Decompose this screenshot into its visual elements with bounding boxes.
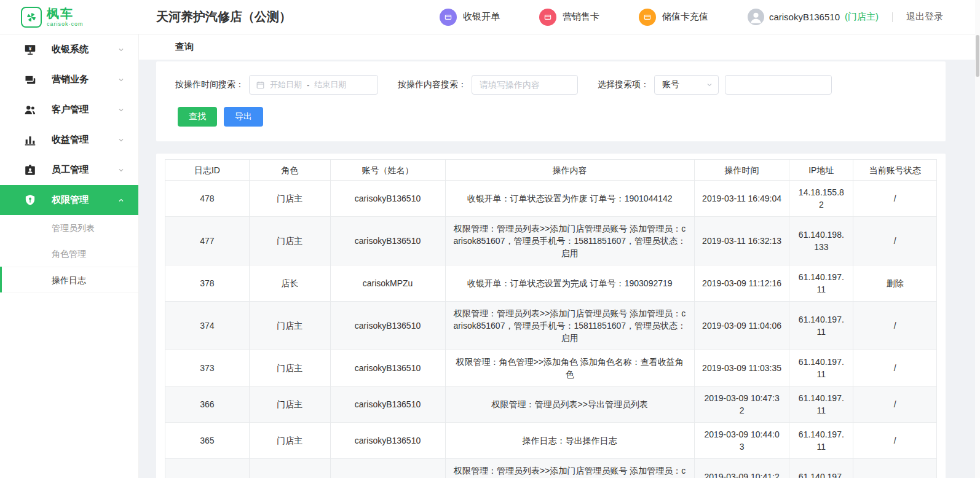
avatar-icon	[748, 9, 764, 25]
column-header: 角色	[249, 160, 330, 181]
logout-link[interactable]: 退出登录	[906, 11, 943, 23]
user-name: carisokyB136510	[769, 12, 840, 22]
chevron-down-icon	[117, 76, 125, 84]
search-type-label: 选择搜索项：	[598, 79, 649, 90]
table-cell: 366	[165, 386, 250, 423]
table-cell: /	[853, 423, 937, 459]
brand-logo-text: 枫车 carisok·com	[47, 7, 84, 27]
table-cell: carisokyB136510	[330, 217, 445, 265]
export-button[interactable]: 导出	[224, 107, 263, 127]
sidebar-item-staff[interactable]: 员工管理	[0, 155, 138, 185]
stored-value-recharge-button[interactable]: 储值卡充值	[639, 9, 708, 26]
sidebar-item-label: 员工管理	[52, 164, 117, 176]
log-table-card: 日志ID角色账号（姓名）操作内容操作时间IP地址当前账号状态 478门店主car…	[156, 154, 946, 478]
log-table-row[interactable]: 366门店主carisokyB136510权限管理：管理员列表>>导出管理员列表…	[165, 386, 937, 423]
table-cell: 2019-03-09 10:47:32	[694, 386, 789, 423]
calendar-icon	[256, 80, 265, 90]
sidebar-item-cashier-system[interactable]: ¥ 收银系统	[0, 34, 138, 65]
table-cell: /	[853, 350, 937, 386]
log-table-row[interactable]: 477门店主carisokyB136510权限管理：管理员列表>>添加门店管理员…	[165, 217, 937, 265]
date-range-input[interactable]: 开始日期 - 结束日期	[249, 75, 378, 95]
table-cell: carisokyB136510	[330, 350, 445, 386]
marketing-cards-icon	[23, 73, 37, 87]
stored-value-recharge-label: 储值卡充值	[662, 11, 708, 23]
stored-value-recharge-icon	[639, 9, 656, 26]
header-divider	[892, 12, 893, 22]
chevron-up-icon	[117, 197, 125, 204]
scrollbar-thumb[interactable]	[976, 35, 979, 77]
cashier-billing-button[interactable]: 收银开单	[440, 9, 500, 26]
table-cell: 2019-03-09 11:03:35	[694, 350, 789, 386]
column-header: IP地址	[789, 160, 853, 181]
sidebar-item-customers[interactable]: 客户管理	[0, 95, 138, 125]
search-type-select[interactable]: 账号	[654, 75, 719, 95]
top-header: 枫车 carisok·com 天河养护汽修店（公测） 收银开单 营销售卡	[0, 0, 980, 34]
column-header: 操作内容	[445, 160, 694, 181]
table-cell: /	[853, 386, 937, 423]
sidebar-item-marketing[interactable]: 营销业务	[0, 65, 138, 95]
user-role-badge: (门店主)	[845, 11, 879, 23]
sidebar-subitem-operation-log[interactable]: 操作日志	[0, 267, 138, 292]
operation-log-table: 日志ID角色账号（姓名）操作内容操作时间IP地址当前账号状态 478门店主car…	[165, 159, 937, 478]
search-type-selected-value: 账号	[662, 79, 679, 90]
table-cell: 365	[165, 423, 250, 459]
table-cell: 2019-03-09 10:44:03	[694, 423, 789, 459]
time-filter-label: 按操作时间搜索：	[175, 79, 244, 90]
sidebar-item-label: 收益管理	[52, 134, 117, 146]
log-table-row[interactable]: 378店长carisokMPZu收银开单：订单状态设置为完成 订单号：19030…	[165, 265, 937, 302]
page-scrollbar[interactable]	[975, 0, 980, 478]
marketing-card-label: 营销售卡	[563, 11, 599, 23]
table-cell: 373	[165, 350, 250, 386]
table-cell: 门店主	[249, 386, 330, 423]
table-cell: carisokyB136510	[330, 302, 445, 350]
table-cell: carisokMPZu	[330, 265, 445, 302]
table-cell: 2019-03-11 16:32:13	[694, 217, 789, 265]
table-cell: 门店主	[249, 459, 330, 478]
table-cell: 删除	[853, 265, 937, 302]
table-cell: 374	[165, 302, 250, 350]
table-cell: 478	[165, 181, 250, 217]
brand-domain: carisok·com	[47, 22, 84, 27]
log-table-row[interactable]: 374门店主carisokyB136510权限管理：管理员列表>>添加门店管理员…	[165, 302, 937, 350]
chevron-down-icon	[117, 167, 125, 174]
table-cell: 权限管理：管理员列表>>添加门店管理员账号 添加管理员：carisokMPZu，…	[445, 459, 694, 478]
table-cell: 收银开单：订单状态设置为完成 订单号：1903092719	[445, 265, 694, 302]
sidebar-subitem-role-management[interactable]: 角色管理	[0, 241, 138, 267]
table-cell: 操作日志：导出操作日志	[445, 423, 694, 459]
table-cell: 门店主	[249, 217, 330, 265]
log-table-row[interactable]: 373门店主carisokyB136510权限管理：角色管理>>添加角色 添加角…	[165, 350, 937, 386]
content-area: 按操作时间搜索： 开始日期 - 结束日期 按操作内容搜索： 选择搜索	[139, 60, 980, 478]
table-cell: 权限管理：管理员列表>>添加门店管理员账号 添加管理员：carisok85160…	[445, 217, 694, 265]
sidebar-item-label: 收银系统	[52, 44, 117, 55]
column-header: 日志ID	[165, 160, 250, 181]
log-table-row[interactable]: 363门店主carisokyB136510权限管理：管理员列表>>添加门店管理员…	[165, 459, 937, 478]
brand-logo[interactable]: 枫车 carisok·com	[0, 7, 139, 28]
search-value-input[interactable]	[725, 75, 832, 95]
table-cell: carisokyB136510	[330, 181, 445, 217]
log-table-row[interactable]: 365门店主carisokyB136510操作日志：导出操作日志2019-03-…	[165, 423, 937, 459]
table-cell: 权限管理：管理员列表>>添加门店管理员账号 添加管理员：carisok85160…	[445, 302, 694, 350]
sidebar-item-permissions[interactable]: 权限管理	[0, 185, 138, 215]
header-actions: 收银开单 营销售卡 储值卡充值 carisok	[440, 9, 980, 26]
table-cell: 2019-03-09 11:04:06	[694, 302, 789, 350]
log-table-row[interactable]: 478门店主carisokyB136510收银开单：订单状态设置为作废 订单号：…	[165, 181, 937, 217]
table-cell: 14.18.155.82	[789, 181, 853, 217]
search-type-group: 选择搜索项： 账号	[598, 75, 832, 95]
sidebar-item-revenue[interactable]: 收益管理	[0, 125, 138, 155]
table-cell: /	[853, 302, 937, 350]
table-cell: carisokyB136510	[330, 459, 445, 478]
sidebar-item-label: 权限管理	[52, 194, 117, 206]
svg-text:¥: ¥	[29, 45, 32, 51]
table-header-row: 日志ID角色账号（姓名）操作内容操作时间IP地址当前账号状态	[165, 160, 937, 181]
chevron-down-icon	[117, 46, 125, 53]
operation-content-input[interactable]	[472, 75, 578, 95]
user-account[interactable]: carisokyB136510 (门店主)	[748, 9, 879, 25]
chevron-down-icon	[706, 81, 713, 88]
table-cell: 门店主	[249, 423, 330, 459]
sidebar-subitem-admin-list[interactable]: 管理员列表	[0, 215, 138, 241]
main-content: 查询 按操作时间搜索： 开始日期 - 结束日期 按操作内容	[139, 0, 980, 478]
find-button[interactable]: 查找	[178, 107, 217, 127]
marketing-card-button[interactable]: 营销售卡	[539, 9, 599, 26]
section-title-bar: 查询	[139, 34, 980, 60]
start-date-placeholder: 开始日期	[270, 79, 302, 90]
